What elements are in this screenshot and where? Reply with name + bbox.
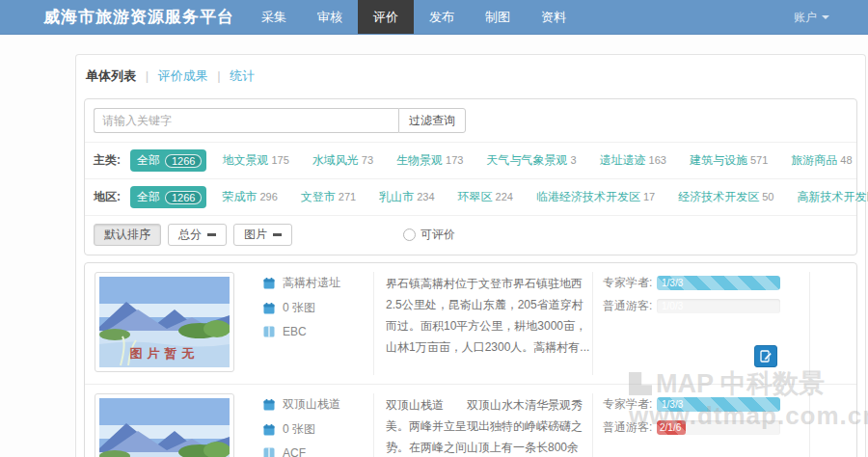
evaluable-radio-label: 可评价 [420,227,455,243]
region-link-lingang[interactable]: 临港经济技术开发区17 [536,189,655,205]
sort-dash-icon [207,233,216,236]
column-divider [373,272,374,375]
visitor-progress-bar: 1/0/3 [657,299,780,313]
calendar-icon [263,303,275,314]
nav-item-review[interactable]: 审核 [302,0,358,34]
nav-item-evaluate[interactable]: 评价 [358,0,414,34]
no-image-label: 图片暂无 [95,345,233,363]
columns-icon [263,326,275,337]
app-title: 威海市旅游资源服务平台 [43,0,234,34]
nav-item-materials[interactable]: 资料 [526,0,582,34]
nav-item-publish[interactable]: 发布 [414,0,470,34]
evaluable-radio[interactable] [403,228,416,241]
visitor-score-label: 普通游客: [603,298,657,314]
expert-progress-bar: 1/3/3 [657,276,780,290]
nav-item-collect[interactable]: 采集 [246,0,302,34]
top-navbar: 威海市旅游资源服务平台 采集 审核 评价 发布 制图 资料 账户 [0,0,868,35]
item-name-row: 双顶山栈道 [263,396,371,413]
category-filter-row: 主类: 全部 1266 地文景观175 水域风光73 生物景观173 天气与气象… [85,142,856,178]
category-link-commodities[interactable]: 旅游商品48 [791,152,852,169]
expert-score-row: 专家学者: 1/3/3 [603,275,807,291]
tab-statistics[interactable]: 统计 [230,68,255,83]
region-all-badge[interactable]: 全部 1266 [130,186,206,208]
column-divider [373,393,374,457]
calendar-icon [263,424,275,436]
visitor-score-row: 普通游客: 2/1/6 [603,419,807,436]
category-link-geological[interactable]: 地文景观175 [222,152,288,169]
expert-progress-value: 1/3/3 [657,276,780,290]
filter-panel: 过滤查询 主类: 全部 1266 地文景观175 水域风光73 生物景观173 … [84,98,857,255]
category-link-water[interactable]: 水域风光73 [312,152,373,169]
expert-score-label: 专家学者: [603,275,657,291]
region-link-rushan[interactable]: 乳山市234 [379,189,434,205]
category-link-architecture[interactable]: 建筑与设施571 [690,152,768,169]
visitor-score-row: 普通游客: 1/0/3 [603,298,807,314]
expert-score-label: 专家学者: [603,396,657,413]
item-code: EBC [283,325,307,338]
tab-evaluation-results[interactable]: 评价成果 [158,68,208,83]
expert-progress-bar: 1/3/3 [657,397,780,412]
pencil-icon [760,350,773,363]
item-details: 蒿耩村遗址 0 张图 EBC [263,272,371,375]
list-item: 图片暂无 双顶山栈道 [85,385,856,457]
nav-item-mapping[interactable]: 制图 [470,0,526,34]
content-panel: 单体列表 | 评价成果 | 统计 过滤查询 主类: 全部 1266 地文景观17… [75,54,866,457]
item-photo-count: 0 张图 [283,421,315,438]
sort-image-button[interactable]: 图片 [233,224,292,246]
item-name[interactable]: 双顶山栈道 [283,396,340,413]
item-photo-count-row: 0 张图 [263,421,371,438]
item-description: 双顶山栈道 双顶山水木清华景观秀美。两峰并立呈现出独特的峥嵘磅礴之势。在两峰之间… [386,393,590,457]
filter-query-button[interactable]: 过滤查询 [398,108,466,133]
main-menu: 采集 审核 评价 发布 制图 资料 [246,0,582,34]
tab-single-list[interactable]: 单体列表 [86,68,136,83]
expert-progress-value: 1/3/3 [657,397,780,412]
column-divider [809,272,810,375]
tab-separator: | [146,68,149,83]
sort-default-button[interactable]: 默认排序 [94,224,161,246]
item-photo-count: 0 张图 [283,300,315,316]
category-link-weather[interactable]: 天气与气象景观3 [486,152,576,169]
region-link-edz[interactable]: 经济技术开发区50 [678,189,773,205]
evaluable-radio-group: 可评价 [403,227,455,243]
region-link-wendeng[interactable]: 文登市271 [301,189,356,205]
item-code-row: EBC [263,325,371,338]
sort-dash-icon [273,233,282,236]
list-item: 图片暂无 蒿耩村遗址 [85,263,856,385]
item-thumbnail[interactable]: 图片暂无 [95,393,234,457]
account-dropdown[interactable]: 账户 [794,0,829,35]
column-divider [592,272,593,375]
region-link-huancui[interactable]: 环翠区224 [458,189,513,205]
result-list: 图片暂无 蒿耩村遗址 [84,262,857,457]
region-link-hitech[interactable]: 高新技术开发区29 [797,189,868,205]
category-all-badge[interactable]: 全部 1266 [130,149,206,172]
column-divider [592,393,593,457]
category-link-biological[interactable]: 生物景观173 [396,152,463,169]
region-link-rongcheng[interactable]: 荣成市296 [222,189,277,205]
item-details: 双顶山栈道 0 张图 ACF [263,393,371,457]
tab-bar: 单体列表 | 评价成果 | 统计 [76,55,865,94]
visitor-progress-value: 1/0/3 [657,299,780,313]
sort-score-button[interactable]: 总分 [168,224,227,246]
expert-score-row: 专家学者: 1/3/3 [603,396,807,413]
item-name[interactable]: 蒿耩村遗址 [283,275,340,291]
account-label: 账户 [794,10,817,26]
calendar-icon [263,278,275,289]
region-all-count: 1266 [165,191,202,204]
item-photo-count-row: 0 张图 [263,300,371,316]
item-code-row: ACF [263,446,371,457]
item-scores: 专家学者: 1/3/3 普通游客: 2/1/6 [603,393,807,457]
item-thumbnail[interactable]: 图片暂无 [95,272,234,372]
search-input[interactable] [94,108,398,133]
region-label: 地区: [94,189,121,205]
calendar-icon [263,399,275,411]
category-link-ruins[interactable]: 遗址遗迹163 [600,152,666,169]
region-filter-row: 地区: 全部 1266 荣成市296 文登市271 乳山市234 环翠区224 … [85,178,856,215]
edit-item-button[interactable] [754,345,777,367]
column-divider [809,393,810,457]
chevron-down-icon [822,15,829,19]
category-label: 主类: [94,152,121,169]
item-name-row: 蒿耩村遗址 [263,275,371,291]
visitor-score-label: 普通游客: [603,419,657,436]
category-all-label: 全部 [137,152,160,169]
sort-row: 默认排序 总分 图片 可评价 [85,215,856,255]
